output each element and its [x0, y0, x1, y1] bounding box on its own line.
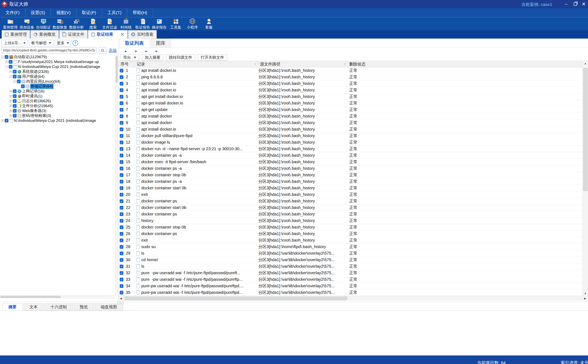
row-checkbox[interactable]: [120, 134, 123, 138]
table-row[interactable]: 25 docker container stop 0b 分区3[hda1]:\r…: [119, 224, 582, 231]
table-row[interactable]: 9 apt install docker 分区3[hda1]:\root\.ba…: [119, 120, 582, 126]
scroll-left-icon[interactable]: ◀: [119, 296, 123, 300]
tree-item[interactable]: 内置应用(Linux)(64): [0, 79, 115, 84]
row-checkbox[interactable]: [120, 154, 123, 157]
row-checkbox[interactable]: [120, 141, 123, 144]
row-checkbox[interactable]: [120, 167, 123, 170]
toolbar-add-device-button[interactable]: 添加设备: [19, 18, 35, 30]
row-checkbox[interactable]: [120, 291, 123, 294]
tree-item[interactable]: 系统痕迹(2326): [0, 69, 115, 74]
breadcrumb-item[interactable]: [131, 49, 141, 53]
toolbar-data-analysis-button[interactable]: 数据分析: [68, 18, 85, 30]
table-row[interactable]: 16 docker container ps -a 分区3[hda1]:\roo…: [119, 165, 582, 172]
tree-item[interactable]: 密码/密钥检索(3): [0, 113, 115, 118]
row-checkbox[interactable]: [120, 212, 123, 216]
minimize-button[interactable]: –: [563, 1, 570, 7]
tab-preview[interactable]: 预览: [74, 303, 94, 310]
table-row[interactable]: 17 docker container stop 0b 分区3[hda1]:\r…: [119, 172, 582, 178]
tab-forensic-list[interactable]: 取证列表: [120, 39, 149, 47]
tree-item[interactable]: 用户痕迹(64): [0, 74, 115, 79]
row-checkbox[interactable]: [120, 199, 123, 203]
tree-checkbox[interactable]: [13, 75, 17, 78]
tab-live-search[interactable]: 实时搜索: [128, 30, 157, 39]
menu-item[interactable]: 文件(F): [0, 8, 25, 17]
table-row[interactable]: 15 docker exec -it ftpd-server /bin/bash…: [119, 159, 582, 165]
filter-icon[interactable]: ▼: [254, 63, 256, 65]
more-button[interactable]: 更多: [55, 40, 71, 46]
row-checkbox[interactable]: [120, 108, 123, 112]
column-header-delete-status[interactable]: 删除状态: [347, 61, 582, 67]
tree-item[interactable]: N:\Individual\Meiya Cup 2021 (individual…: [0, 118, 115, 123]
row-checkbox[interactable]: [120, 160, 123, 164]
jump-to-source-button[interactable]: 跳转到源文件: [166, 54, 195, 61]
tree-expander-icon[interactable]: [9, 75, 12, 78]
table-row[interactable]: 2 ping 8.8.8.8 分区3[hda1]:\root\.bash_his…: [119, 74, 582, 80]
tree-expander-icon[interactable]: [9, 70, 12, 73]
tree-expander-icon[interactable]: [1, 119, 4, 122]
tree-item[interactable]: 日志分析(36626): [0, 98, 115, 104]
tab-summary[interactable]: 摘要: [2, 303, 22, 310]
row-checkbox[interactable]: [120, 239, 123, 242]
row-checkbox[interactable]: [120, 95, 123, 98]
toolbar-support-button[interactable]: 客服: [200, 18, 217, 30]
column-header-record[interactable]: 记录 ▼: [135, 61, 258, 67]
add-to-summary-button[interactable]: 加入摘要: [142, 54, 163, 61]
scroll-right-icon[interactable]: ▶: [583, 296, 588, 300]
table-row[interactable]: 13 docker run -d --name ftpd-server -p 2…: [119, 146, 582, 152]
tree-item[interactable]: 终端记录(64): [0, 84, 115, 89]
table-row[interactable]: 11 docker pull stilliard/pure-ftpd 分区3[h…: [119, 133, 582, 139]
table-row[interactable]: 28 sudo su 分区3[hda1]:\home\ftpd\.bash_hi…: [119, 244, 582, 250]
tab-case-manage[interactable]: 案例管理: [2, 30, 30, 39]
tree-item[interactable]: 即时通讯(1): [0, 94, 115, 98]
tree-checkbox[interactable]: [13, 70, 17, 73]
scroll-down-icon[interactable]: ▼: [583, 291, 588, 296]
row-checkbox[interactable]: [120, 219, 123, 223]
tree-expander-icon[interactable]: [9, 100, 12, 102]
tree-expander-icon[interactable]: [1, 56, 4, 58]
row-checkbox[interactable]: [120, 226, 123, 229]
row-checkbox[interactable]: [120, 206, 123, 209]
table-row[interactable]: 35 pure-pw useradd wai -f /etc/pure-ftpd…: [119, 289, 582, 296]
row-checkbox[interactable]: [120, 252, 123, 255]
row-checkbox[interactable]: [120, 258, 123, 262]
toolbar-toolset-button[interactable]: 工具集: [167, 18, 184, 30]
search-input[interactable]: [2, 47, 96, 53]
tab-hex[interactable]: 十六进制: [45, 303, 73, 310]
tree-expander-icon[interactable]: [5, 61, 8, 63]
breadcrumb-item[interactable]: [152, 49, 162, 53]
restore-button[interactable]: [572, 1, 579, 7]
column-header-no[interactable]: 序号: [119, 61, 135, 67]
row-checkbox[interactable]: [120, 147, 123, 151]
row-checkbox[interactable]: [120, 186, 123, 190]
table-row[interactable]: 6 apt-get install docker.io 分区3[hda1]:\r…: [119, 100, 582, 106]
tree-checkbox[interactable]: [5, 55, 8, 59]
row-checkbox[interactable]: [120, 69, 123, 72]
table-row[interactable]: 1 apt install docker.io 分区3[hda1]:\root\…: [119, 67, 582, 74]
table-row[interactable]: 33 pure -pw useradd wai -f /etc/pure-ftp…: [119, 276, 582, 283]
table-row[interactable]: 34 pure-pw useradd wai -f /etc/pure-ftpd…: [119, 283, 582, 289]
table-row[interactable]: 4 apt install docker.io 分区3[hda1]:\root\…: [119, 87, 582, 93]
table-row[interactable]: 24 history 分区3[hda1]:\root\.bash_history…: [119, 217, 582, 224]
row-checkbox[interactable]: [120, 82, 123, 85]
table-row[interactable]: 31 ls 分区3[hda1]:\var\lib\docker\overlay2…: [119, 263, 582, 270]
export-button[interactable]: 导出: [120, 54, 139, 61]
scrollbar-thumb[interactable]: [116, 56, 118, 83]
tab-case-overview[interactable]: 案例概览: [30, 30, 59, 39]
scrollbar-thumb[interactable]: [125, 297, 347, 300]
tree-expander-icon[interactable]: [9, 114, 12, 117]
table-row[interactable]: 10 apt install docker.io 分区3[hda1]:\root…: [119, 126, 582, 133]
row-checkbox[interactable]: [120, 180, 123, 183]
table-row[interactable]: 19 docker container start 0b 分区3[hda1]:\…: [119, 185, 582, 191]
tree-item[interactable]: Web服务器(3): [0, 108, 115, 113]
tree-expander-icon[interactable]: [13, 80, 16, 83]
toolbar-search-button[interactable]: 搜索: [85, 18, 101, 30]
tab-disk-view[interactable]: 磁盘视图: [95, 303, 123, 310]
column-header-source-path[interactable]: 源文件路径 ▼: [258, 61, 347, 67]
tab-text[interactable]: 文本: [23, 303, 44, 310]
tree-checkbox[interactable]: [13, 114, 17, 117]
sidebar-horizontal-scrollbar[interactable]: [0, 295, 115, 299]
tree-expander-icon[interactable]: [9, 105, 12, 107]
splitter-buttons[interactable]: [117, 302, 124, 304]
toolbar-case-manage-button[interactable]: 案例管理: [2, 18, 19, 30]
tree-checkbox[interactable]: [9, 65, 13, 69]
